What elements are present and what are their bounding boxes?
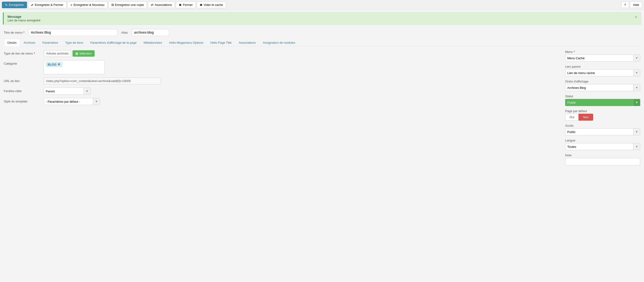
tab-type-liens[interactable]: Type de liens [62, 39, 87, 46]
toolbar: ✎ Enregistrer ✔ Enregistrer & Fermer + E… [0, 0, 644, 10]
type-lien-label: Type de lien de menu * [4, 50, 41, 55]
oui-button[interactable]: Oui [565, 114, 578, 121]
content-layout: Type de lien de menu * Articles archivés… [4, 50, 640, 169]
lien-parent-select[interactable]: Lien de menu racine [566, 70, 633, 76]
page-defaut-label: Page par défaut [565, 109, 640, 113]
tag-remove-button[interactable]: ✖ [58, 63, 60, 66]
langue-select[interactable]: Toutes Français English [566, 144, 633, 150]
vider-cache-button[interactable]: ✖ Vider le cache [197, 2, 226, 8]
enregistrer-copie-button[interactable]: ⧉ Enregistrer une copie [108, 2, 147, 8]
acces-select[interactable]: Public Enregistré Spécial [566, 129, 633, 135]
fenetre-label: Fenêtre-cible [4, 88, 41, 93]
associations-button[interactable]: ⇄ Associations [148, 2, 175, 8]
menu-dropdown-arrow: ▼ [633, 55, 640, 61]
plus-icon: + [70, 3, 72, 7]
url-input[interactable] [44, 78, 161, 84]
tab-parametres[interactable]: Paramètres [39, 39, 62, 46]
titre-required: * [23, 31, 24, 34]
enregistrer-nouveau-button[interactable]: + Enregistrer & Nouveau [67, 2, 108, 8]
page-defaut-row: Page par défaut Oui Non [565, 109, 640, 121]
style-template-row: Style du template - Paramètres par défau… [4, 98, 560, 105]
langue-row: Langue Toutes Français English ▼ [565, 139, 640, 150]
statut-dropdown-arrow: ▼ [633, 99, 640, 106]
fenetre-select-control: Parent Nouvelle fenêtre ▼ [44, 88, 90, 95]
enregistrer-button[interactable]: ✎ Enregistrer [2, 2, 27, 8]
right-panel: Menu * Menu Caché ▼ Lien parent Lien de … [565, 50, 640, 169]
note-input[interactable] [565, 158, 640, 165]
close-icon: ✖ [179, 3, 182, 7]
type-lien-row: Type de lien de menu * Articles archivés… [4, 50, 560, 57]
aide-button[interactable]: Aide [630, 2, 642, 8]
acces-row: Accès Public Enregistré Spécial ▼ [565, 124, 640, 135]
lien-parent-select-control: Lien de menu racine ▼ [565, 69, 640, 76]
categorie-row: Catégorie BLOG ✖ [4, 60, 560, 74]
acces-dropdown-arrow: ▼ [633, 129, 640, 135]
note-label: Note [565, 153, 640, 157]
url-row: URL du lien [4, 78, 560, 84]
statut-label: Statut [565, 95, 640, 98]
langue-dropdown-arrow: ▼ [633, 143, 640, 150]
question-icon: ? [624, 3, 626, 7]
alert-body: Lien de menu enregistré [8, 19, 40, 22]
tab-affichage-page[interactable]: Paramètres d'affichage de la page [86, 39, 140, 46]
menu-select[interactable]: Menu Caché [566, 55, 633, 61]
style-template-label: Style du template [4, 98, 41, 103]
alert-close-button[interactable]: × [634, 15, 637, 20]
alias-input[interactable] [132, 29, 169, 36]
statut-row: Statut Publié Non publié Archivé Dans la… [565, 95, 640, 106]
type-lien-value: Articles archivés [44, 50, 71, 57]
acces-select-control: Public Enregistré Spécial ▼ [565, 128, 640, 135]
ordre-affichage-dropdown-arrow: ▼ [633, 84, 640, 91]
lien-parent-label: Lien parent [565, 65, 640, 68]
selection-button[interactable]: ▦ Sélection [72, 50, 94, 57]
menu-title-input[interactable] [28, 29, 117, 36]
tab-helix-megamenu[interactable]: Helix Megamenu Options [166, 39, 207, 46]
tab-metadonnees[interactable]: Métadonnées [140, 39, 166, 46]
tab-associations[interactable]: Associations [235, 39, 259, 46]
tab-helix-page-title[interactable]: Helix Page Title [207, 39, 235, 46]
ordre-affichage-row: Ordre d'affichage Archives Blog ▼ [565, 80, 640, 91]
tab-assignation-modules[interactable]: Assignation de modules [259, 39, 299, 46]
alert-message: Message Lien de menu enregistré × [3, 12, 641, 25]
form-header: Titre de menu * Alias [4, 29, 640, 36]
fenetre-row: Fenêtre-cible Parent Nouvelle fenêtre ▼ [4, 88, 560, 95]
lien-parent-dropdown-arrow: ▼ [633, 70, 640, 76]
alias-label: Alias [121, 31, 128, 34]
statut-select[interactable]: Publié Non publié Archivé Dans la corbei… [566, 99, 633, 106]
note-row: Note [565, 153, 640, 165]
ordre-affichage-select[interactable]: Archives Blog [566, 85, 633, 91]
enregistrer-fermer-button[interactable]: ✔ Enregistrer & Fermer [28, 2, 66, 8]
non-button[interactable]: Non [578, 114, 593, 121]
grid-icon: ▦ [75, 52, 78, 55]
category-box: BLOG ✖ [44, 60, 105, 74]
copy-icon: ⧉ [112, 3, 114, 7]
tabs-nav: Détails Archives Paramètres Type de lien… [4, 39, 640, 46]
ordre-affichage-label: Ordre d'affichage [565, 80, 640, 83]
style-template-select[interactable]: - Paramètres par défaut - [44, 99, 93, 105]
question-button[interactable]: ? [621, 2, 629, 8]
associations-icon: ⇄ [151, 3, 154, 7]
check-icon: ✔ [31, 3, 34, 7]
left-panel: Type de lien de menu * Articles archivés… [4, 50, 560, 108]
save-icon: ✎ [5, 3, 8, 7]
style-template-select-control: - Paramètres par défaut - ▼ [44, 98, 100, 105]
langue-label: Langue [565, 139, 640, 142]
menu-label: Menu * [565, 50, 640, 54]
url-label: URL du lien [4, 78, 41, 83]
ordre-affichage-select-control: Archives Blog ▼ [565, 84, 640, 91]
style-template-dropdown-arrow: ▼ [93, 98, 100, 105]
tab-details[interactable]: Détails [4, 39, 20, 46]
trash-icon: ✖ [200, 3, 202, 7]
oui-non-toggle: Oui Non [565, 114, 640, 121]
lien-parent-row: Lien parent Lien de menu racine ▼ [565, 65, 640, 76]
fenetre-dropdown-arrow: ▼ [84, 88, 90, 95]
langue-select-control: Toutes Français English ▼ [565, 143, 640, 150]
fenetre-select[interactable]: Parent Nouvelle fenêtre [44, 88, 84, 95]
alert-title: Message [8, 15, 40, 19]
menu-select-control: Menu Caché ▼ [565, 55, 640, 62]
tab-archives[interactable]: Archives [20, 39, 39, 46]
category-tag: BLOG ✖ [46, 62, 62, 67]
categorie-label: Catégorie [4, 60, 41, 65]
main-content: Titre de menu * Alias Détails Archives P… [0, 27, 644, 172]
fermer-button[interactable]: ✖ Fermer [176, 2, 196, 8]
